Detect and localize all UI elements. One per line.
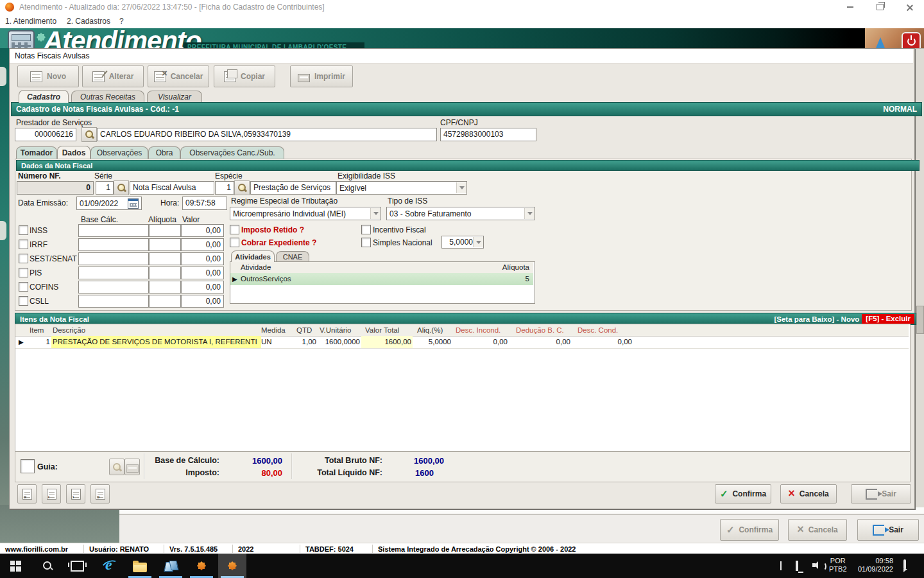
window-titlebar: Atendimento - Atualizado dia: 27/06/2022…: [0, 0, 924, 15]
tray-clock[interactable]: 09:58 01/09/2022: [848, 557, 893, 574]
guia-label: Guia:: [37, 462, 58, 471]
guia-refresh-button[interactable]: [109, 459, 124, 475]
pis-valor-field[interactable]: 0,00: [181, 267, 224, 279]
inss-base-field[interactable]: [78, 224, 149, 237]
especie-desc-field[interactable]: Prestação de Serviços: [250, 181, 336, 195]
pis-aliquota-field[interactable]: [149, 267, 181, 279]
menu-atendimento[interactable]: 1. Atendimento: [5, 17, 56, 26]
simples-checkbox[interactable]: [361, 238, 371, 247]
imprimir-button[interactable]: Imprimir: [290, 66, 353, 87]
prestador-search-button[interactable]: [81, 127, 97, 142]
tab-observacoes[interactable]: Observações: [90, 146, 148, 159]
irrf-aliquota-field[interactable]: [149, 238, 181, 251]
irrf-valor-field[interactable]: 0,00: [181, 238, 224, 251]
imposto-retido-checkbox[interactable]: [230, 225, 239, 234]
serie-search-button[interactable]: [114, 180, 129, 195]
tray-expand-button[interactable]: [780, 563, 782, 570]
nav-last-button[interactable]: »: [90, 484, 110, 504]
atividade-row[interactable]: OutrosServiços 5: [230, 273, 533, 285]
tab-visualizar[interactable]: Visualizar: [147, 91, 202, 103]
incentivo-label: Incentivo Fiscal: [373, 225, 426, 234]
cofins-base-field[interactable]: [78, 281, 149, 293]
menu-help[interactable]: ?: [119, 17, 124, 26]
serie-field[interactable]: 1: [96, 181, 114, 195]
tray-network[interactable]: [796, 562, 798, 570]
search-button[interactable]: [33, 554, 62, 578]
inss-checkbox[interactable]: [19, 225, 28, 235]
tab-atividades[interactable]: Atividades: [231, 250, 275, 262]
alterar-button[interactable]: Alterar: [82, 66, 144, 87]
task-view-button[interactable]: [63, 554, 91, 578]
orange-star-app-icon: [227, 561, 237, 571]
hora-field[interactable]: 09:57:58: [182, 197, 227, 210]
nav-prev-button[interactable]: ‹: [42, 484, 61, 504]
csll-aliquota-field[interactable]: [149, 295, 181, 308]
cofins-aliquota-field[interactable]: [149, 281, 181, 293]
numero-nf-field[interactable]: 0: [17, 181, 94, 195]
restore-button[interactable]: [873, 1, 887, 13]
regime-select[interactable]: Microempresário Individual (MEI): [230, 207, 381, 220]
menu-cadastros[interactable]: 2. Cadastros: [67, 17, 110, 26]
exigibilidade-select[interactable]: Exigível: [336, 181, 467, 195]
csll-base-field[interactable]: [78, 295, 149, 308]
tipo-iss-select[interactable]: 03 - Sobre Faturamento: [386, 207, 535, 220]
start-button[interactable]: [1, 554, 30, 578]
prestador-code-field[interactable]: 000006216: [15, 128, 76, 141]
sest-base-field[interactable]: [78, 252, 149, 265]
mdi-vertical-scrollbar[interactable]: [915, 48, 924, 509]
copiar-button[interactable]: Copiar: [214, 66, 275, 87]
outer-sair-button[interactable]: Sair: [857, 519, 919, 541]
cancela-button[interactable]: Cancela: [780, 484, 837, 504]
sest-checkbox[interactable]: [19, 254, 28, 263]
cofins-checkbox[interactable]: [19, 282, 28, 292]
csll-valor-field[interactable]: 0,00: [181, 295, 224, 308]
tab-cnae[interactable]: CNAE: [276, 251, 309, 262]
cofins-valor-field[interactable]: 0,00: [181, 281, 224, 293]
taskbar-explorer[interactable]: [126, 554, 154, 578]
prestador-name-field[interactable]: CARLOS EDUARDO RIBEIRO DA SILVA,05933470…: [97, 128, 437, 141]
csll-checkbox[interactable]: [19, 296, 28, 306]
tray-notifications[interactable]: [903, 561, 906, 568]
tab-obra[interactable]: Obra: [148, 146, 180, 159]
tab-cadastro[interactable]: Cadastro: [19, 90, 69, 103]
scrollbar-thumb[interactable]: [916, 306, 924, 334]
cancelar-button[interactable]: Cancelar: [148, 66, 209, 87]
taskbar-ie[interactable]: e: [95, 554, 123, 578]
data-emissao-field[interactable]: 01/09/2022: [76, 197, 142, 210]
calendar-icon[interactable]: [128, 198, 139, 209]
minimize-button[interactable]: [843, 1, 857, 13]
cpf-field[interactable]: 45729883000103: [440, 128, 536, 141]
confirm-check-icon: [726, 524, 735, 536]
irrf-checkbox[interactable]: [19, 240, 28, 249]
cobrar-expediente-checkbox[interactable]: [230, 238, 239, 247]
item-row[interactable]: 1 PRESTAÇÃO DE SERVIÇOS DE MOTORISTA I, …: [15, 336, 909, 349]
tab-tomador[interactable]: Tomador: [16, 146, 57, 159]
tab-observacoes-canc[interactable]: Observações Canc./Sub.: [180, 146, 284, 159]
simples-select[interactable]: 5,0000: [441, 236, 484, 249]
close-button[interactable]: [902, 1, 916, 13]
guia-print-button[interactable]: [124, 459, 140, 475]
especie-field[interactable]: 1: [215, 181, 234, 195]
pis-base-field[interactable]: [78, 267, 149, 279]
taskbar-orange-app-2-active[interactable]: [218, 554, 246, 578]
especie-search-button[interactable]: [234, 180, 250, 195]
sest-aliquota-field[interactable]: [149, 252, 181, 265]
sest-valor-field[interactable]: 0,00: [181, 252, 224, 265]
nav-first-button[interactable]: «: [17, 484, 37, 504]
tab-dados[interactable]: Dados: [57, 146, 90, 159]
tray-language[interactable]: POR PTB2: [829, 557, 847, 574]
irrf-base-field[interactable]: [78, 238, 149, 251]
novo-button[interactable]: Novo: [17, 66, 79, 87]
inss-valor-field[interactable]: 0,00: [181, 224, 224, 237]
taskbar-blue-app[interactable]: [157, 554, 185, 578]
confirma-button[interactable]: Confirma: [715, 484, 771, 504]
serie-desc-field[interactable]: Nota Fiscal Avulsa: [130, 181, 214, 195]
tab-outras-receitas[interactable]: Outras Receitas: [71, 91, 144, 103]
taskbar-orange-app-1[interactable]: [187, 554, 216, 578]
guia-checkbox[interactable]: [21, 459, 35, 473]
nav-next-button[interactable]: ›: [66, 484, 85, 504]
tab-outras-receitas-label: Outras Receitas: [80, 92, 135, 101]
pis-checkbox[interactable]: [19, 268, 28, 277]
inss-aliquota-field[interactable]: [149, 224, 181, 237]
incentivo-checkbox[interactable]: [361, 225, 371, 234]
